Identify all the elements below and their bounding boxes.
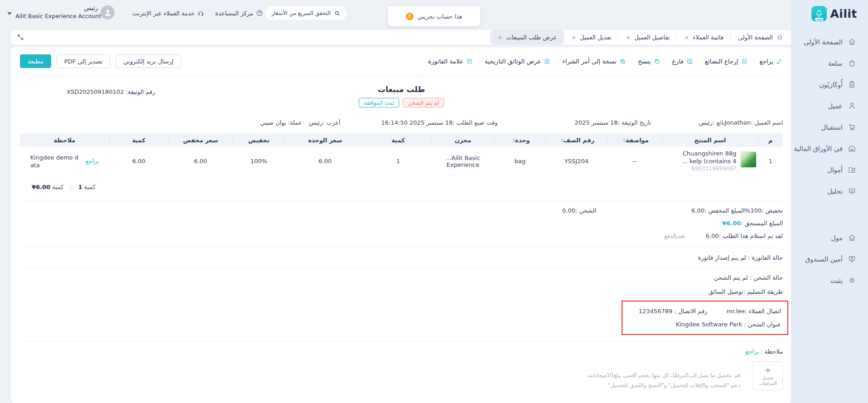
- note-review-link[interactable]: يراجع: [86, 158, 99, 165]
- toolbar-actions: يراجع إرجاع البضائع فارغ ينسخ نسخة إلى أ…: [428, 58, 783, 65]
- cell-unit-price: 6.00: [285, 147, 365, 176]
- demo-account-notice: هذا حساب تجريبي !: [388, 6, 480, 26]
- invoice-mark-action[interactable]: علامة الفاتورة: [428, 58, 473, 65]
- history-doc-icon: [544, 58, 550, 65]
- status-badge-unshipped: لم يتم الشحن: [403, 98, 444, 107]
- account-caret-icon[interactable]: [7, 12, 12, 15]
- shipping-total: الشحن :0.00: [562, 207, 596, 214]
- invoice-status-line: حالة الفاتورة : لم يتم إصدار فاتورة: [20, 254, 783, 261]
- tab-edit-customer[interactable]: تعديل العميل×: [564, 30, 618, 44]
- tab-view-sales-order[interactable]: عرض طلب المبيعات×: [490, 30, 564, 44]
- received-line: لقد تم استلام هذا الطلب :6.00 نقديالدفع: [20, 233, 783, 239]
- sidebar-item-cashier[interactable]: أمين الصندوق: [791, 248, 868, 270]
- account-name: Ailit Basic Experience Account: [15, 13, 99, 19]
- gear-icon: [848, 276, 856, 285]
- tab-customer-details[interactable]: تفاصيل العميل×: [618, 30, 677, 44]
- delivery-method-line: طريقة التسليم :توصيل السائق: [20, 288, 783, 295]
- edit-icon: [776, 58, 783, 65]
- close-icon[interactable]: ×: [684, 34, 689, 41]
- trolley-icon: [848, 123, 856, 131]
- send-email-button[interactable]: إرسال بريد إلكتروني: [116, 54, 181, 68]
- col-qty: كمية: [365, 133, 431, 147]
- col-discounted-price: سعر مخفض: [169, 133, 232, 147]
- toolbar: يراجع إرجاع البضائع فارغ ينسخ نسخة إلى أ…: [20, 47, 783, 76]
- document-header: طلب مبيعات لم يتم الشحن تمت الموافقة رقم…: [20, 76, 783, 107]
- cell-note: يراجع Kingdee demo data: [20, 147, 109, 176]
- col-spec[interactable]: مواصفة: [608, 133, 662, 147]
- cell-discounted-price: 6.00: [169, 147, 232, 176]
- help-center-link[interactable]: مركز المساعدة: [215, 10, 263, 17]
- bag-icon: [848, 59, 856, 68]
- sidebar-item-analysis[interactable]: تحليل: [791, 180, 868, 202]
- status-badges: لم يتم الشحن تمت الموافقة: [20, 98, 783, 107]
- cell-unit: bag: [494, 147, 545, 176]
- attachments-area: + تحميل المرفقات قم بتحميل ما يصل إلى5مر…: [20, 361, 783, 390]
- tab-home[interactable]: الصفحة الأولى: [731, 30, 790, 44]
- return-goods-action[interactable]: إرجاع البضائع: [705, 58, 748, 65]
- review-action[interactable]: يراجع: [760, 58, 783, 65]
- view-history-docs-action[interactable]: عرض الوثائق التاريخية: [485, 58, 551, 65]
- field-seller: بائع :رئيس: [699, 119, 724, 126]
- order-info-row: اسم العميل :Jonathan بائع :رئيس تاريخ ال…: [20, 119, 783, 126]
- payment-method: نقديالدفع: [664, 233, 685, 239]
- field-single: أعزب :رئيس: [309, 119, 341, 126]
- shipping-status-line: حالة الشحن : لم يتم الشحن: [20, 274, 783, 281]
- demo-notice-text: هذا حساب تجريبي: [418, 13, 463, 20]
- table-header-row: م اسم المنتج مواصفة رقم الصف وحدة مخزن ك…: [20, 133, 783, 147]
- sidebar-nav: الصفحة الأولى سلعة أُوكَازيُون عميل استق…: [791, 21, 868, 291]
- sidebar-item-settings[interactable]: يثبت: [791, 270, 868, 291]
- user-icon: [848, 102, 856, 110]
- col-note: ملاحظة: [20, 133, 109, 147]
- note-line: ملاحظة : يراجع: [20, 348, 783, 355]
- app-logo[interactable]: Ailit Intl: [791, 0, 868, 21]
- sidebar-item-mall[interactable]: مول: [791, 227, 868, 248]
- search-icon: [334, 10, 341, 17]
- sidebar-item-funds[interactable]: أموال: [791, 159, 868, 180]
- col-unit[interactable]: وحدة: [494, 133, 545, 147]
- copy-to-purchase-order-action[interactable]: نسخة إلى أمر الشراء: [562, 58, 626, 65]
- sidebar-item-customer[interactable]: عميل: [791, 95, 868, 117]
- cell-spec: --: [608, 147, 662, 176]
- void-action[interactable]: فارغ: [672, 58, 693, 65]
- sidebar-item-home[interactable]: الصفحة الأولى: [791, 31, 868, 53]
- close-icon[interactable]: ×: [571, 34, 576, 41]
- sidebar-item-securities[interactable]: في الأوراق المالية: [791, 138, 868, 159]
- col-item-no[interactable]: رقم الصف: [545, 133, 607, 147]
- avatar[interactable]: [101, 5, 115, 19]
- quick-price-search[interactable]: التحقق السريع من الأسعار: [265, 6, 347, 20]
- upload-attachment-button[interactable]: + تحميل المرفقات: [753, 361, 783, 390]
- field-customer-name: اسم العميل :Jonathan: [725, 119, 783, 126]
- online-service-link[interactable]: خدمة العملاء عبر الإنترنت: [132, 10, 204, 17]
- table-row[interactable]: 1 Chuangshiren 88g ... kelp (contains 4 …: [20, 147, 783, 176]
- close-icon[interactable]: ×: [497, 34, 502, 41]
- tab-customer-list[interactable]: قائمة العملاء×: [677, 30, 731, 44]
- void-doc-icon: [686, 58, 693, 65]
- account-info[interactable]: رئيس Ailit Basic Experience Account: [15, 5, 99, 19]
- cell-item-no: YSSJ204: [545, 147, 607, 176]
- document-number: رقم الوثيقة: XSD202509180102: [67, 88, 155, 95]
- note-section: ملاحظة : يراجع + تحميل المرفقات قم بتحمي…: [20, 341, 783, 397]
- sidebar: Ailit Intl الصفحة الأولى سلعة أُوكَازيُو…: [791, 0, 868, 403]
- tab-bar: الصفحة الأولى قائمة العملاء× تفاصيل العم…: [11, 30, 792, 44]
- logo-intl-tag: Intl: [815, 18, 823, 21]
- col-amount: كمية: [109, 133, 169, 147]
- close-icon[interactable]: ×: [626, 34, 631, 41]
- note-review-link[interactable]: يراجع: [746, 348, 759, 355]
- warehouse-icon: [848, 144, 856, 153]
- field-currency: عملة: يوان صيني: [260, 119, 302, 126]
- sidebar-item-promotion[interactable]: أُوكَازيُون: [791, 74, 868, 95]
- return-box-icon: [741, 58, 748, 65]
- sidebar-item-goods[interactable]: سلعة: [791, 53, 868, 74]
- expand-icon[interactable]: [16, 33, 24, 41]
- app-logo-text: Ailit: [830, 7, 857, 20]
- home-icon: [848, 38, 856, 46]
- totals-line-1: تخفيض :100% المبلغ المخفض :6.00 الشحن :0…: [20, 207, 783, 214]
- upload-hints: قم بتحميل ما يصل إلى5مرفقًا، كل منها بحج…: [587, 370, 740, 390]
- copy-action[interactable]: ينسخ: [638, 58, 661, 65]
- sidebar-item-receiving[interactable]: استقبال: [791, 117, 868, 138]
- col-discount: تخفيض: [232, 133, 285, 147]
- print-button[interactable]: مطبعة: [20, 54, 51, 68]
- folder-icon: [848, 165, 856, 174]
- export-pdf-button[interactable]: تصدير إلى PDF: [57, 54, 111, 68]
- col-product-name: اسم المنتج: [662, 133, 758, 147]
